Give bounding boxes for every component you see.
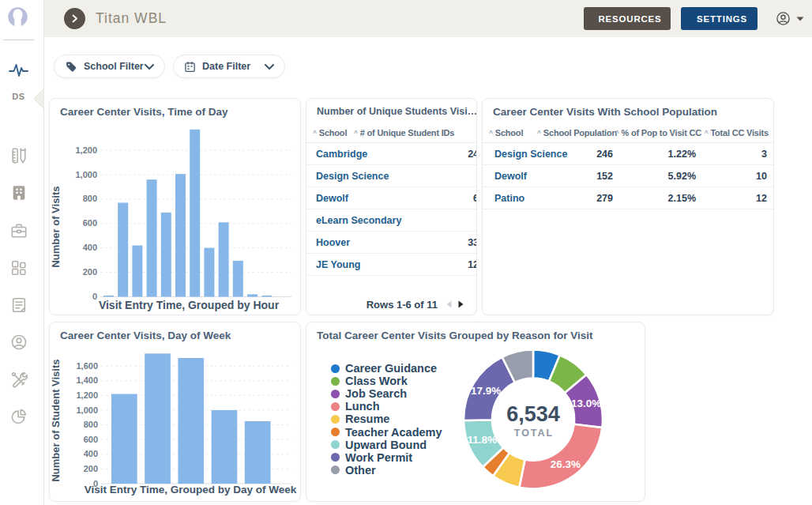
- table-row[interactable]: Cambridge 241: [306, 143, 477, 165]
- bar[interactable]: [247, 294, 258, 296]
- resources-button[interactable]: RESOURCES: [584, 7, 671, 30]
- cell-value: 63: [306, 193, 477, 204]
- svg-text:6,534: 6,534: [506, 402, 560, 426]
- bar-chart-day-of-week: 02004006008001,0001,2001,4001,600Number …: [50, 322, 301, 502]
- sort-caret-icon: ^: [313, 129, 317, 137]
- bar[interactable]: [233, 261, 243, 297]
- svg-text:1,000: 1,000: [75, 170, 97, 179]
- svg-text:1,400: 1,400: [76, 375, 98, 385]
- table-row[interactable]: eLearn Secondary 4: [306, 209, 477, 232]
- bar[interactable]: [103, 296, 114, 297]
- profile-menu[interactable]: [776, 11, 804, 26]
- sidebar-item-forms[interactable]: [8, 294, 29, 315]
- bar[interactable]: [175, 174, 186, 296]
- settings-button-label: SETTINGS: [697, 14, 747, 24]
- table-header-row: ^School^School Population^% of Pop to Vi…: [483, 123, 774, 143]
- next-page-icon[interactable]: [458, 300, 464, 308]
- sidebar-item-tools[interactable]: [8, 368, 29, 390]
- person-circle-icon: [10, 334, 28, 351]
- chart-title: Total Career Center Visits Grouped by Re…: [317, 330, 593, 341]
- cell-value: 7: [306, 171, 477, 182]
- svg-text:Visit Entry Time, Grouped by D: Visit Entry Time, Grouped by Day of Week: [85, 484, 297, 496]
- bar[interactable]: [145, 353, 171, 484]
- column-header[interactable]: ^School: [313, 128, 347, 138]
- sidebar-item-assessments[interactable]: [8, 145, 29, 166]
- table-row[interactable]: Patino 279 2.15% 12: [483, 187, 774, 209]
- pagination-label: Rows 1-6 of 11: [367, 299, 438, 311]
- sidebar-item-schools[interactable]: [8, 182, 29, 203]
- bar[interactable]: [118, 203, 128, 297]
- calendar-icon: [184, 61, 196, 73]
- svg-text:600: 600: [84, 435, 98, 444]
- bar[interactable]: [190, 130, 200, 297]
- user-avatar-icon[interactable]: [7, 7, 28, 27]
- activity-icon: [9, 62, 28, 79]
- table-title: Number of Unique Students Visiting the C…: [317, 106, 477, 117]
- sidebar: DS: [0, 0, 44, 505]
- sidebar-divider: [3, 40, 34, 40]
- nav-toggle-button[interactable]: [64, 8, 85, 29]
- cell-value: 241: [306, 149, 477, 160]
- bar[interactable]: [261, 296, 272, 297]
- cell-value: 124: [306, 259, 477, 270]
- sidebar-item-jobs[interactable]: [8, 220, 29, 241]
- table-row[interactable]: Hoover 334: [306, 232, 477, 254]
- table-header-row: ^School ^# of Unique Student IDs: [306, 123, 477, 143]
- sidebar-item-programs[interactable]: [8, 257, 29, 278]
- bar[interactable]: [219, 222, 229, 296]
- bar[interactable]: [204, 248, 214, 297]
- table-row[interactable]: JE Young 124: [306, 254, 477, 276]
- bar[interactable]: [161, 213, 171, 297]
- sort-caret-icon: ^: [354, 129, 358, 137]
- topbar: Titan WBL RESOURCES SETTINGS: [44, 0, 812, 37]
- bar[interactable]: [111, 394, 137, 484]
- chevron-down-icon: [145, 64, 154, 70]
- table-title: Career Center Visits With School Populat…: [493, 106, 717, 118]
- bar[interactable]: [212, 410, 238, 484]
- settings-button[interactable]: SETTINGS: [681, 7, 757, 30]
- school-population-table: ^School^School Population^% of Pop to Vi…: [483, 123, 774, 209]
- donut-chart-reasons: 13.0%26.3%11.8%17.9%6,534TOTAL: [306, 322, 645, 502]
- table-row[interactable]: Dewolf 63: [306, 187, 477, 209]
- table-row[interactable]: Design Science 7: [306, 165, 477, 187]
- table-row[interactable]: Dewolf 152 5.92% 10: [483, 165, 774, 187]
- sort-caret-icon: ^: [705, 129, 709, 137]
- school-filter-label: School Filter: [84, 61, 144, 72]
- cell-value: 10: [483, 171, 767, 182]
- unique-students-table: ^School ^# of Unique Student IDs Cambrid…: [306, 123, 477, 276]
- svg-text:200: 200: [84, 464, 98, 473]
- svg-text:400: 400: [83, 243, 97, 252]
- blocks-icon: [10, 259, 28, 277]
- svg-text:26.3%: 26.3%: [551, 458, 581, 470]
- svg-text:Number of Student Visits: Number of Student Visits: [50, 359, 62, 481]
- date-filter-label: Date Filter: [202, 61, 250, 72]
- bar-chart-time-of-day: 02004006008001,0001,200Number of VisitsV…: [50, 99, 301, 315]
- column-header[interactable]: ^# of Unique Student IDs: [354, 128, 454, 138]
- svg-text:800: 800: [83, 194, 97, 203]
- previous-page-icon[interactable]: [446, 300, 452, 308]
- bar[interactable]: [245, 421, 271, 484]
- svg-text:1,200: 1,200: [76, 390, 98, 400]
- sidebar-item-reports[interactable]: [8, 405, 29, 427]
- cell-value: 334: [306, 237, 477, 248]
- chart-title: Career Center Visits, Day of Week: [60, 330, 231, 341]
- svg-text:1,000: 1,000: [76, 405, 98, 415]
- table-pagination: Rows 1-6 of 11: [306, 297, 476, 311]
- cell-value: 3: [483, 149, 767, 160]
- svg-text:800: 800: [84, 420, 98, 429]
- card-day-of-week: Career Center Visits, Day of Week 020040…: [49, 322, 301, 502]
- briefcase-icon: [10, 222, 28, 239]
- ruler-pencil-icon: [10, 147, 28, 164]
- school-filter-dropdown[interactable]: School Filter: [54, 55, 165, 78]
- date-filter-dropdown[interactable]: Date Filter: [173, 55, 285, 78]
- bar[interactable]: [147, 179, 157, 296]
- svg-text:1,200: 1,200: [75, 145, 97, 155]
- column-header[interactable]: ^Total CC Visits: [483, 128, 769, 138]
- chevron-down-icon: [265, 64, 274, 70]
- svg-text:200: 200: [83, 267, 97, 277]
- sidebar-item-dashboard[interactable]: [8, 59, 29, 81]
- sidebar-item-accounts[interactable]: [8, 331, 29, 352]
- bar[interactable]: [178, 358, 204, 484]
- bar[interactable]: [132, 246, 142, 297]
- table-row[interactable]: Design Science 246 1.22% 3: [483, 143, 774, 165]
